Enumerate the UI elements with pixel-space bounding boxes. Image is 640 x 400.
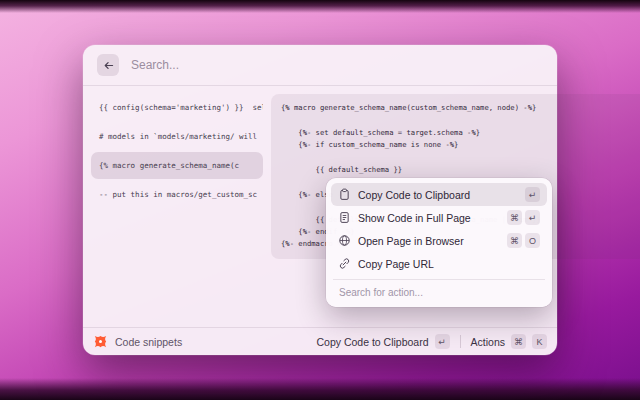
enter-key: ↵ — [525, 210, 540, 225]
cmd-key: ⌘ — [507, 210, 522, 225]
list-item[interactable]: # models in `models/marketing/ will — [91, 123, 263, 150]
list-item[interactable]: {{ config(schema='marketing') }} sel — [91, 94, 263, 121]
launcher-window: Search... {{ config(schema='marketing') … — [83, 45, 557, 355]
footer-actions: Copy Code to Clipboard ↵ Actions ⌘ K — [316, 334, 547, 349]
wallpaper-dark-top — [0, 0, 640, 13]
menu-item-label: Show Code in Full Page — [358, 212, 471, 224]
footer-separator — [460, 335, 461, 348]
cmd-key: ⌘ — [507, 233, 522, 248]
primary-action-label[interactable]: Copy Code to Clipboard — [316, 336, 428, 348]
search-input[interactable]: Search... — [131, 58, 179, 72]
snippet-list: {{ config(schema='marketing') }} sel # m… — [91, 94, 263, 319]
footer-bar: Code snippets Copy Code to Clipboard ↵ A… — [83, 327, 557, 355]
search-header: Search... — [83, 45, 557, 85]
menu-item-label: Copy Page URL — [358, 258, 434, 270]
clipboard-icon — [338, 188, 351, 201]
back-button[interactable] — [97, 54, 119, 76]
cmd-key: ⌘ — [511, 334, 526, 349]
menu-item-open-browser[interactable]: Open Page in Browser ⌘O — [331, 229, 547, 252]
arrow-left-icon — [102, 59, 115, 72]
letter-key: K — [532, 334, 547, 349]
menu-item-label: Copy Code to Clipboard — [358, 189, 470, 201]
menu-item-copy-url[interactable]: Copy Page URL — [331, 252, 547, 275]
menu-item-show-full-page[interactable]: Show Code in Full Page ⌘↵ — [331, 206, 547, 229]
shortcut-keys: ⌘O — [507, 233, 540, 248]
list-item[interactable]: -- put this in macros/get_custom_sc — [91, 181, 263, 208]
enter-key: ↵ — [435, 334, 450, 349]
letter-key: O — [525, 233, 540, 248]
enter-key: ↵ — [525, 187, 540, 202]
menu-item-label: Open Page in Browser — [358, 235, 464, 247]
menu-item-copy-code[interactable]: Copy Code to Clipboard ↵ — [331, 183, 547, 206]
dbt-logo-icon — [93, 334, 108, 349]
actions-button[interactable]: Actions — [471, 336, 505, 348]
wallpaper-dark-bottom — [0, 378, 640, 400]
actions-menu: Copy Code to Clipboard ↵ Show Code in Fu… — [326, 178, 552, 307]
document-icon — [338, 211, 351, 224]
shortcut-keys: ↵ — [525, 187, 540, 202]
globe-icon — [338, 234, 351, 247]
link-icon — [338, 257, 351, 270]
shortcut-keys: ⌘↵ — [507, 210, 540, 225]
list-item-selected[interactable]: {% macro generate_schema_name(c — [91, 152, 263, 179]
action-search-input[interactable]: Search for action... — [331, 280, 547, 302]
extension-name: Code snippets — [115, 336, 182, 348]
